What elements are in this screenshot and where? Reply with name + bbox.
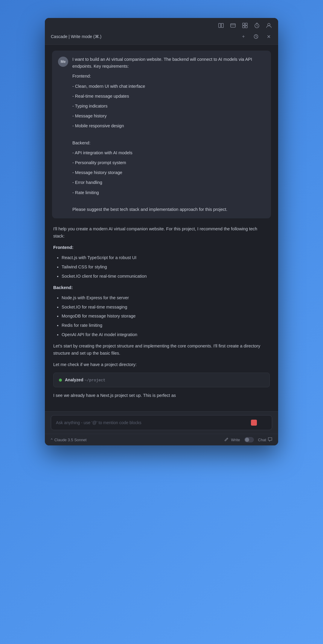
svg-rect-1: [221, 23, 223, 28]
window-title: Cascade | Write mode (⌘.): [51, 34, 101, 39]
list-item: React.js with TypeScript for a robust UI: [62, 254, 270, 261]
ai-backend-list: Node.js with Express for the server Sock…: [53, 294, 270, 339]
chat-label: Chat: [258, 438, 266, 442]
write-label: Write: [231, 438, 240, 442]
list-item: Node.js with Express for the server: [62, 294, 270, 302]
backend-item-5: - Rate limiting: [72, 189, 265, 196]
history-button[interactable]: [252, 33, 260, 40]
ai-message: I'll help you create a modern AI virtual…: [52, 226, 271, 399]
stop-button[interactable]: [251, 420, 257, 426]
status-dot: [59, 379, 62, 382]
avatar: Me: [58, 57, 68, 67]
list-item: Tailwind CSS for styling: [62, 264, 270, 271]
list-item: Socket.IO for real-time messaging: [62, 304, 270, 311]
timer-icon[interactable]: [254, 22, 260, 29]
svg-rect-7: [245, 26, 247, 28]
list-item: MongoDB for message history storage: [62, 313, 270, 320]
toggle-thumb: [245, 438, 249, 442]
svg-line-10: [257, 26, 258, 26]
backend-item-3: - Message history storage: [72, 169, 265, 176]
list-item: Socket.IO client for real-time communica…: [62, 273, 270, 280]
svg-rect-6: [243, 26, 245, 28]
chat-content: Me I want to build an AI virtual compani…: [45, 45, 278, 411]
ai-frontend-header: Frontend:: [53, 244, 270, 251]
window-icon[interactable]: [230, 22, 236, 29]
svg-rect-2: [231, 24, 235, 27]
svg-rect-0: [219, 23, 221, 28]
backend-item-4: - Error handling: [72, 179, 265, 186]
bottom-bar: ^ Claude 3.5 Sonnet Write Chat: [45, 434, 278, 445]
user-icon[interactable]: [266, 22, 272, 29]
chevron-up-icon: ^: [51, 438, 53, 442]
main-window: Cascade | Write mode (⌘.) + ✕ Me I want …: [45, 18, 278, 445]
frontend-header: Frontend:: [72, 73, 265, 80]
frontend-item-4: - Message history: [72, 113, 265, 120]
ai-intro: I'll help you create a modern AI virtual…: [53, 226, 270, 240]
model-info[interactable]: ^ Claude 3.5 Sonnet: [51, 438, 86, 442]
ai-partial: I see we already have a Next.js project …: [53, 392, 270, 399]
edit-icon: [224, 437, 228, 442]
backend-item-1: - API integration with AI models: [72, 149, 265, 156]
user-intro: I want to build an AI virtual companion …: [72, 56, 265, 70]
list-item: Redis for rate limiting: [62, 322, 270, 329]
svg-point-12: [268, 23, 270, 26]
svg-rect-5: [245, 23, 247, 25]
close-button[interactable]: ✕: [265, 33, 272, 40]
user-message-content: I want to build an AI virtual companion …: [72, 56, 265, 213]
backend-header: Backend:: [72, 140, 265, 146]
input-box[interactable]: Ask anything - use '@' to mention code b…: [51, 415, 272, 430]
chat-icon: [268, 437, 272, 442]
user-message: Me I want to build an AI virtual compani…: [52, 51, 271, 218]
frontend-item-2: - Real-time message updates: [72, 93, 265, 100]
mode-toggle[interactable]: [244, 437, 254, 442]
user-closing: Please suggest the best tech stack and i…: [72, 206, 265, 213]
mode-controls: Write Chat: [224, 437, 272, 442]
analyzed-text: Analyzed ~/project: [65, 377, 106, 383]
model-name: Claude 3.5 Sonnet: [54, 438, 87, 442]
grid-icon[interactable]: [242, 22, 248, 29]
backend-item-2: - Personality prompt system: [72, 159, 265, 166]
input-placeholder: Ask anything - use '@' to mention code b…: [56, 420, 141, 425]
analyzed-block: Analyzed ~/project: [53, 373, 270, 387]
ai-frontend-list: React.js with TypeScript for a robust UI…: [53, 254, 270, 280]
chat-mode: Chat: [258, 437, 272, 442]
add-button[interactable]: +: [240, 33, 247, 40]
ai-backend-header: Backend:: [53, 284, 270, 291]
ai-check: Let me check if we have a project direct…: [53, 361, 270, 368]
window-toolbar: [45, 18, 278, 29]
frontend-item-1: - Clean, modern UI with chat interface: [72, 83, 265, 90]
list-item: OpenAI API for the AI model integration: [62, 331, 270, 338]
frontend-item-5: - Mobile responsive design: [72, 123, 265, 129]
svg-rect-4: [243, 23, 245, 25]
titlebar: Cascade | Write mode (⌘.) + ✕: [45, 29, 278, 45]
input-area: Ask anything - use '@' to mention code b…: [45, 411, 278, 434]
split-view-icon[interactable]: [218, 22, 224, 29]
frontend-item-3: - Typing indicators: [72, 103, 265, 110]
write-mode: Write: [224, 437, 240, 442]
ai-transition: Let's start by creating the project stru…: [53, 343, 270, 357]
